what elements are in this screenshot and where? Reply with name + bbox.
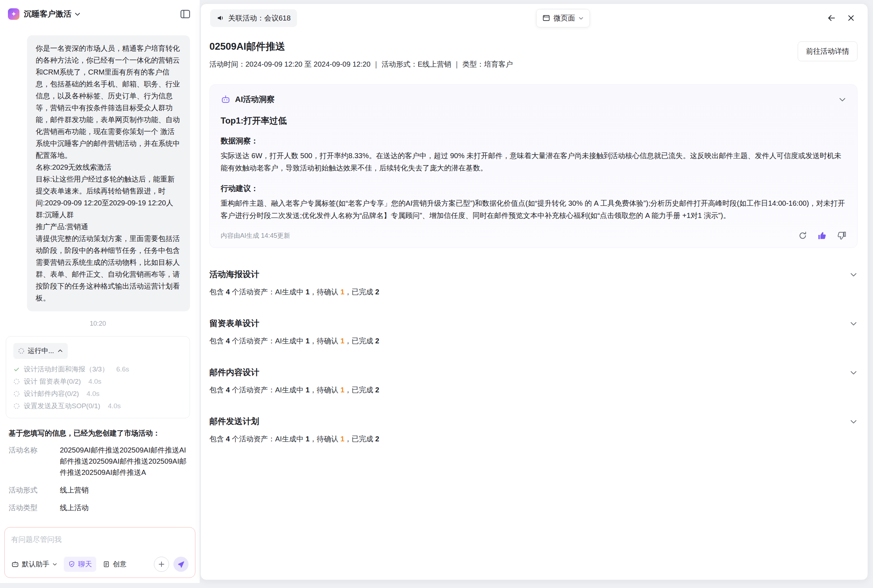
task-duration: 4.0s xyxy=(87,388,99,400)
main-topbar: 关联活动：会议618 微页面 xyxy=(201,4,868,32)
section-title: 活动海报设计 xyxy=(209,269,259,280)
running-status-toggle[interactable]: 运行中... xyxy=(14,343,68,359)
browser-icon xyxy=(542,14,550,22)
field-label: 活动类型 xyxy=(9,502,60,513)
assistant-selector[interactable]: 默认助手 xyxy=(11,560,57,569)
chevron-down-icon[interactable] xyxy=(850,418,858,426)
section-email-content: 邮件内容设计 包含 4 个活动资产：AI生成中 1，待确认 1，已完成 2 xyxy=(209,367,858,395)
panel-toggle-icon[interactable] xyxy=(179,8,191,20)
chevron-down-icon xyxy=(52,562,57,567)
field-row: 活动名称 202509AI邮件推送202509AI邮件推送AI邮件推送20250… xyxy=(9,445,187,478)
chevron-down-icon xyxy=(578,15,584,21)
task-duration: 6.6s xyxy=(116,363,129,375)
app-title: 沉睡客户激活 xyxy=(24,9,71,20)
idea-mode-label: 创意 xyxy=(113,560,126,569)
chevron-up-icon xyxy=(57,348,63,354)
robot-icon xyxy=(221,94,231,105)
shield-icon xyxy=(68,561,75,568)
field-row: 活动形式 线上营销 xyxy=(9,484,187,496)
field-label: 活动名称 xyxy=(9,445,60,478)
section-poster-design: 活动海报设计 包含 4 个活动资产：AI生成中 1，待确认 1，已完成 2 xyxy=(209,269,858,297)
task-label: 设计 留资表单(0/2) xyxy=(24,375,81,388)
task-row: 设计 留资表单(0/2) 4.0s xyxy=(14,375,182,388)
plus-icon xyxy=(158,560,165,568)
chat-mode-button[interactable]: 聊天 xyxy=(64,556,96,572)
section-stats: 包含 4 个活动资产：AI生成中 1，待确认 1，已完成 2 xyxy=(209,385,858,395)
question-input[interactable] xyxy=(11,536,188,544)
task-label: 设置发送及互动SOP(0/1) xyxy=(24,400,100,412)
refresh-icon[interactable] xyxy=(798,231,807,240)
action-advice-text: 重构邮件主题、融入老客户专属标签(如“老客户专享」您的AI营销升级方案已型”)和… xyxy=(221,197,846,222)
thumbs-up-icon[interactable] xyxy=(817,231,827,240)
field-row: 活动类型 线上活动 xyxy=(9,502,187,513)
back-arrow-icon xyxy=(826,13,837,23)
action-advice-label: 行动建议： xyxy=(221,183,846,194)
task-duration: 4.0s xyxy=(88,375,101,388)
task-duration: 4.0s xyxy=(108,400,121,412)
chat-mode-label: 聊天 xyxy=(78,560,92,569)
field-value: 线上活动 xyxy=(60,502,89,513)
insight-header: AI活动洞察 xyxy=(221,94,846,105)
close-icon xyxy=(846,14,856,23)
section-stats: 包含 4 个活动资产：AI生成中 1，待确认 1，已完成 2 xyxy=(209,336,858,346)
chevron-down-icon[interactable] xyxy=(74,11,81,17)
ai-insight-card: AI活动洞察 Top1:打开率过低 数据洞察： 实际送达 6W，打开人数 500… xyxy=(209,84,858,248)
data-insight-label: 数据洞察： xyxy=(221,136,846,146)
page-title: 02509AI邮件推送 xyxy=(209,40,513,53)
spinner-icon xyxy=(14,403,20,409)
insight-top1-title: Top1:打开率过低 xyxy=(221,115,846,126)
chevron-down-icon[interactable] xyxy=(850,369,858,376)
section-title: 留资表单设计 xyxy=(209,318,259,329)
result-intro: 基于您填写的信息，已经为您创建了市场活动： xyxy=(9,428,187,438)
document-icon xyxy=(103,561,110,568)
main-content[interactable]: 02509AI邮件推送 活动时间：2024-09-09 12:20 至 2024… xyxy=(201,32,868,580)
task-label: 设计活动封面和海报（3/3） xyxy=(24,363,108,375)
chat-area: 你是一名资深的市场人员，精通客户培育转化的各种方法论，你已经有一个一体化的营销云… xyxy=(0,28,200,520)
running-tasks-card: 运行中... 设计活动封面和海报（3/3） 6.6s 设计 xyxy=(6,336,190,418)
field-label: 活动形式 xyxy=(9,484,60,496)
section-title: 邮件内容设计 xyxy=(209,367,259,378)
campaign-result: 基于您填写的信息，已经为您创建了市场活动： 活动名称 202509AI邮件推送2… xyxy=(6,428,190,520)
field-value: 202509AI邮件推送202509AI邮件推送AI邮件推送202509AI邮件… xyxy=(60,445,187,478)
running-status-label: 运行中... xyxy=(28,346,54,356)
ai-generated-note: 内容由AI生成 14:45更新 xyxy=(221,231,290,240)
task-row: 设计邮件内容(0/2) 4.0s xyxy=(14,388,182,400)
spinner-icon xyxy=(18,348,24,354)
task-row: 设计活动封面和海报（3/3） 6.6s xyxy=(14,363,182,375)
send-button[interactable] xyxy=(173,556,188,572)
spinner-icon xyxy=(14,378,20,385)
chevron-down-icon[interactable] xyxy=(850,271,858,279)
section-stats: 包含 4 个活动资产：AI生成中 1，待确认 1，已完成 2 xyxy=(209,287,858,297)
section-title: 邮件发送计划 xyxy=(209,416,259,427)
close-button[interactable] xyxy=(844,11,858,25)
goto-detail-button[interactable]: 前往活动详情 xyxy=(798,41,858,61)
task-row: 设置发送及互动SOP(0/1) 4.0s xyxy=(14,400,182,412)
micro-page-label: 微页面 xyxy=(554,14,575,23)
campaign-header: 02509AI邮件推送 活动时间：2024-09-09 12:20 至 2024… xyxy=(209,40,858,69)
assistant-label: 默认助手 xyxy=(22,560,50,569)
field-value: 线上营销 xyxy=(60,484,89,496)
idea-mode-button[interactable]: 创意 xyxy=(103,560,126,569)
chevron-down-icon[interactable] xyxy=(850,320,858,327)
micro-page-button[interactable]: 微页面 xyxy=(536,9,590,27)
chat-input-card: 默认助手 聊天 创意 xyxy=(5,527,195,578)
add-attachment-button[interactable] xyxy=(154,556,169,572)
check-icon xyxy=(14,366,20,372)
sidebar: ✦ 沉睡客户激活 你是一名资深的市场人员，精通客户培育转化的各种方法论，你已经有… xyxy=(0,0,200,583)
task-list: 设计活动封面和海报（3/3） 6.6s 设计 留资表单(0/2) 4.0s 设计… xyxy=(14,363,182,412)
main-panel: 关联活动：会议618 微页面 02509AI邮件推送 活动 xyxy=(200,4,868,580)
assistant-icon xyxy=(11,560,19,568)
insight-footer: 内容由AI生成 14:45更新 xyxy=(221,231,846,240)
message-timestamp: 10:20 xyxy=(6,320,190,327)
insight-title: AI活动洞察 xyxy=(235,94,275,105)
data-insight-text: 实际送达 6W，打开人数 500，打开率约8.33%。在送达的客户中，超过 90… xyxy=(221,150,846,174)
input-toolbar: 默认助手 聊天 创意 xyxy=(11,556,188,572)
back-button[interactable] xyxy=(824,11,839,25)
section-stats: 包含 4 个活动资产：AI生成中 1，待确认 1，已完成 2 xyxy=(209,434,858,444)
spinner-icon xyxy=(14,390,20,397)
sidebar-header: ✦ 沉睡客户激活 xyxy=(0,0,200,28)
chevron-down-icon[interactable] xyxy=(838,96,846,104)
related-activity-label: 关联活动：会议618 xyxy=(228,14,290,23)
related-activity-pill: 关联活动：会议618 xyxy=(210,9,297,27)
thumbs-down-icon[interactable] xyxy=(837,231,846,240)
